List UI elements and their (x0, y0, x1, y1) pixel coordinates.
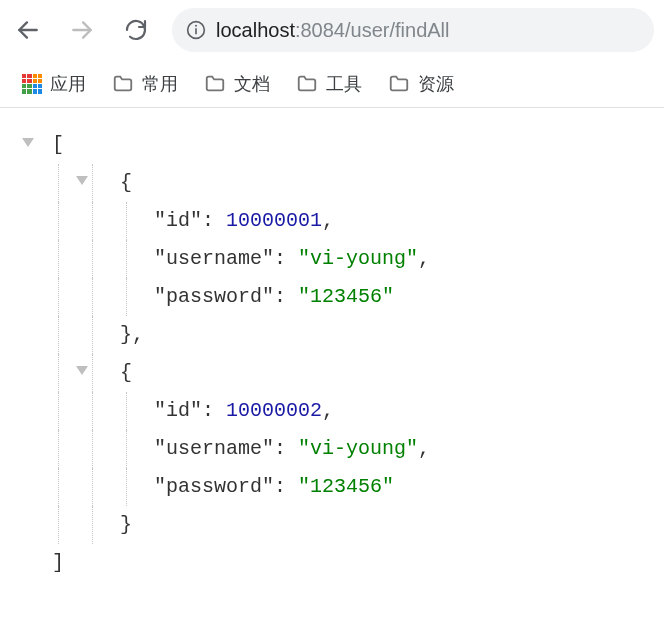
reload-button[interactable] (118, 12, 154, 48)
json-kv: "password": "123456" (154, 468, 394, 506)
json-line: "username": "vi-young", (24, 430, 664, 468)
json-brace-close: } (120, 506, 132, 544)
folder-icon (112, 73, 134, 95)
json-kv: "id": 10000001, (154, 202, 334, 240)
json-brace-open: { (120, 164, 132, 202)
folder-icon (296, 73, 318, 95)
bookmark-folder[interactable]: 文档 (204, 72, 270, 96)
json-line: "password": "123456" (24, 278, 664, 316)
arrow-right-icon (69, 17, 95, 43)
json-kv: "username": "vi-young", (154, 240, 430, 278)
bookmark-label: 工具 (326, 72, 362, 96)
json-line: ] (24, 544, 664, 582)
apps-grid-icon (22, 74, 42, 94)
back-button[interactable] (10, 12, 46, 48)
json-line: }, (24, 316, 664, 354)
json-line: [ (24, 126, 664, 164)
json-line: { (24, 164, 664, 202)
disclosure-icon[interactable] (76, 366, 88, 375)
json-viewer: [ { "id": 10000001, "username": "vi-youn… (0, 108, 664, 582)
json-kv: "password": "123456" (154, 278, 394, 316)
json-bracket-close: ] (52, 544, 64, 582)
apps-button[interactable]: 应用 (22, 72, 86, 96)
disclosure-icon[interactable] (76, 176, 88, 185)
bookmark-label: 常用 (142, 72, 178, 96)
svg-point-4 (195, 25, 197, 27)
address-bar[interactable]: localhost:8084/user/findAll (172, 8, 654, 52)
json-line: { (24, 354, 664, 392)
json-line: "id": 10000002, (24, 392, 664, 430)
disclosure-icon[interactable] (22, 138, 34, 147)
json-kv: "id": 10000002, (154, 392, 334, 430)
bookmark-folder[interactable]: 工具 (296, 72, 362, 96)
json-kv: "username": "vi-young", (154, 430, 430, 468)
browser-toolbar: localhost:8084/user/findAll (0, 0, 664, 60)
bookmarks-bar: 应用 常用 文档 工具 资源 (0, 60, 664, 108)
json-brace-close: }, (120, 316, 144, 354)
forward-button[interactable] (64, 12, 100, 48)
folder-icon (204, 73, 226, 95)
json-bracket-open: [ (52, 126, 64, 164)
bookmark-label: 资源 (418, 72, 454, 96)
json-line: "password": "123456" (24, 468, 664, 506)
json-line: "id": 10000001, (24, 202, 664, 240)
json-line: "username": "vi-young", (24, 240, 664, 278)
json-line: } (24, 506, 664, 544)
folder-icon (388, 73, 410, 95)
json-brace-open: { (120, 354, 132, 392)
info-icon (186, 20, 206, 40)
apps-label: 应用 (50, 72, 86, 96)
arrow-left-icon (15, 17, 41, 43)
bookmark-folder[interactable]: 常用 (112, 72, 178, 96)
bookmark-folder[interactable]: 资源 (388, 72, 454, 96)
bookmark-label: 文档 (234, 72, 270, 96)
address-text: localhost:8084/user/findAll (216, 19, 449, 42)
reload-icon (124, 18, 148, 42)
